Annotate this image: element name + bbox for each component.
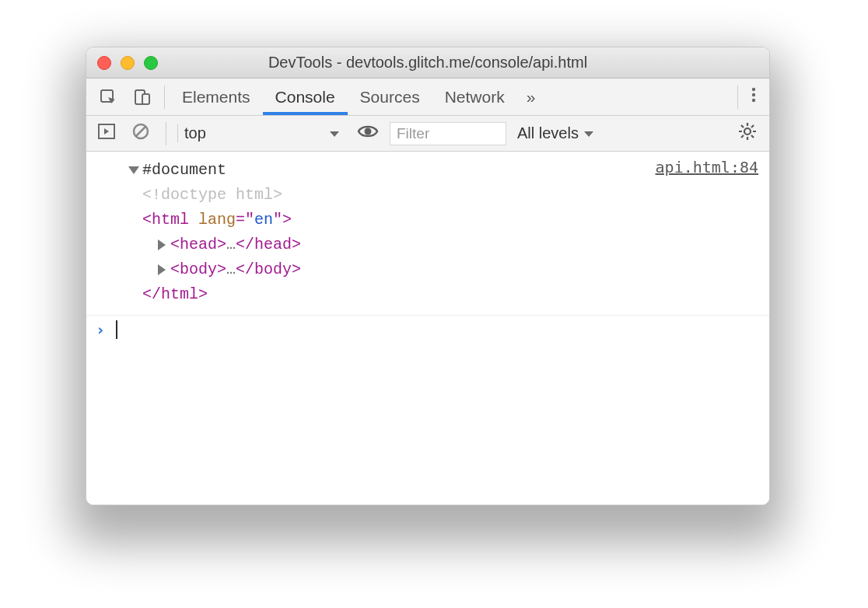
console-prompt[interactable]: › bbox=[86, 316, 769, 344]
window-title-prefix: DevTools - bbox=[268, 54, 346, 71]
window-title-path: devtools.glitch.me/console/api.html bbox=[346, 54, 587, 71]
html-attr-close: "> bbox=[273, 211, 292, 229]
svg-rect-2 bbox=[142, 94, 149, 104]
minimize-window-button[interactable] bbox=[121, 56, 135, 70]
doctype-text: <!doctype html> bbox=[142, 186, 282, 204]
tree-node-html[interactable]: <html lang="en"> bbox=[97, 208, 301, 232]
collapse-triangle-icon[interactable] bbox=[128, 166, 139, 174]
more-tabs-button[interactable]: » bbox=[517, 88, 545, 107]
svg-line-15 bbox=[741, 125, 744, 128]
tree-node-head[interactable]: <head>…</head> bbox=[97, 232, 301, 257]
html-attr-name: lang bbox=[198, 211, 236, 229]
console-settings-icon[interactable] bbox=[732, 122, 763, 145]
tab-sources[interactable]: Sources bbox=[348, 79, 432, 115]
window-title: DevTools - devtools.glitch.me/console/ap… bbox=[86, 54, 769, 72]
chevron-down-icon bbox=[583, 124, 594, 142]
document-label: #document bbox=[142, 161, 226, 179]
html-open: <html bbox=[142, 211, 198, 229]
close-window-button[interactable] bbox=[97, 56, 111, 70]
divider bbox=[737, 86, 738, 109]
context-label: top bbox=[184, 124, 206, 142]
svg-line-16 bbox=[751, 135, 754, 138]
tree-node-body[interactable]: <body>…</body> bbox=[97, 257, 301, 282]
tree-node-document[interactable]: #document bbox=[97, 158, 301, 183]
head-open: <head> bbox=[170, 236, 226, 253]
live-expression-icon[interactable] bbox=[352, 124, 383, 143]
device-toolbar-icon[interactable] bbox=[125, 88, 159, 107]
svg-line-8 bbox=[136, 127, 145, 136]
svg-point-4 bbox=[752, 93, 755, 96]
dom-tree: #document <!doctype html> <html lang="en… bbox=[97, 158, 301, 307]
tree-node-html-close[interactable]: </html> bbox=[97, 282, 301, 307]
tree-node-doctype[interactable]: <!doctype html> bbox=[97, 183, 301, 208]
svg-line-17 bbox=[741, 135, 744, 138]
html-attr-value: en bbox=[254, 211, 273, 229]
expand-triangle-icon[interactable] bbox=[158, 239, 166, 250]
log-levels-select[interactable]: All levels bbox=[513, 124, 594, 142]
levels-label: All levels bbox=[517, 124, 579, 142]
ellipsis: … bbox=[226, 260, 236, 278]
tab-network[interactable]: Network bbox=[432, 79, 517, 115]
console-toolbar: top All levels bbox=[86, 116, 769, 152]
ellipsis: … bbox=[226, 236, 236, 253]
prompt-caret-icon: › bbox=[96, 320, 105, 339]
tab-elements[interactable]: Elements bbox=[170, 79, 263, 115]
divider bbox=[164, 86, 165, 109]
devtools-window: DevTools - devtools.glitch.me/console/ap… bbox=[86, 47, 770, 505]
svg-point-5 bbox=[752, 98, 755, 101]
body-open: <body> bbox=[170, 260, 226, 278]
svg-point-10 bbox=[744, 128, 751, 135]
text-cursor bbox=[116, 320, 117, 339]
window-controls bbox=[97, 56, 158, 70]
svg-point-3 bbox=[752, 87, 755, 90]
console-output: #document <!doctype html> <html lang="en… bbox=[86, 152, 769, 505]
console-message: #document <!doctype html> <html lang="en… bbox=[86, 152, 769, 316]
expand-triangle-icon[interactable] bbox=[158, 264, 166, 275]
divider bbox=[166, 122, 166, 145]
html-close: </html> bbox=[142, 285, 208, 303]
zoom-window-button[interactable] bbox=[144, 56, 158, 70]
source-link[interactable]: api.html:84 bbox=[656, 158, 758, 307]
titlebar: DevTools - devtools.glitch.me/console/ap… bbox=[86, 47, 769, 79]
chevron-down-icon bbox=[329, 124, 340, 142]
execution-context-select[interactable]: top bbox=[177, 124, 346, 142]
panel-tabs: Elements Console Sources Network » bbox=[86, 79, 769, 116]
tab-console[interactable]: Console bbox=[263, 79, 348, 115]
filter-input[interactable] bbox=[390, 122, 506, 145]
svg-line-18 bbox=[751, 125, 754, 128]
inspect-element-icon[interactable] bbox=[91, 88, 125, 107]
clear-console-icon[interactable] bbox=[127, 122, 155, 145]
kebab-menu-icon[interactable] bbox=[743, 86, 765, 109]
svg-point-9 bbox=[365, 128, 372, 135]
html-attr-eq: =" bbox=[236, 211, 254, 229]
head-close: </head> bbox=[236, 236, 301, 253]
body-close: </body> bbox=[236, 260, 301, 278]
toggle-console-sidebar-icon[interactable] bbox=[93, 123, 121, 144]
